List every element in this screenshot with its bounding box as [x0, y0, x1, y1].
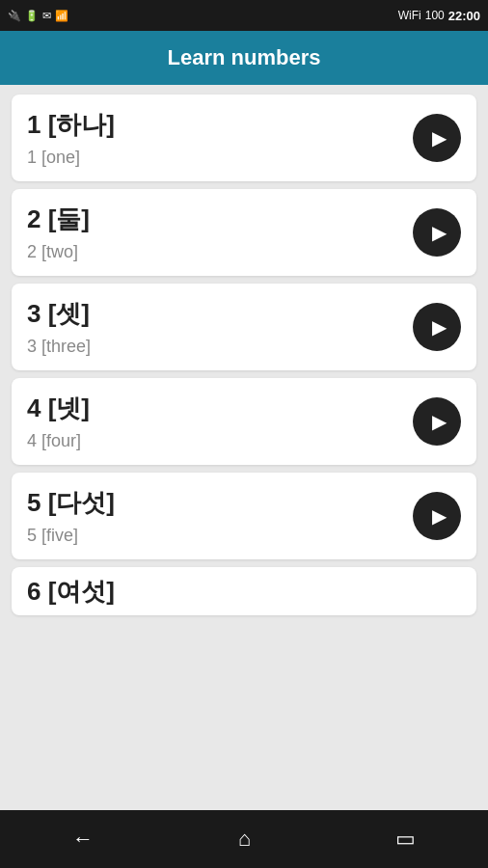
play-button-5[interactable]: ▶ — [413, 492, 461, 540]
back-button[interactable]: ← — [53, 819, 113, 859]
play-icon-3: ▶ — [432, 315, 447, 339]
recent-button[interactable]: ▭ — [376, 819, 435, 859]
number-card-2: 2 [둘] 2 [two] ▶ — [12, 189, 476, 276]
battery-level: 100 — [425, 9, 445, 22]
play-button-4[interactable]: ▶ — [413, 397, 461, 446]
korean-text-1: 1 [하나] — [27, 108, 115, 142]
play-button-3[interactable]: ▶ — [413, 303, 461, 351]
signal-icon: 📶 — [55, 10, 68, 22]
status-icons-left: 🔌 🔋 ✉ 📶 — [8, 10, 68, 22]
english-text-1: 1 [one] — [27, 148, 115, 168]
content-area: 1 [하나] 1 [one] ▶ 2 [둘] 2 [two] ▶ 3 [셋] 3… — [0, 85, 488, 810]
card-text-4: 4 [넷] 4 [four] — [27, 392, 90, 451]
card-text-2: 2 [둘] 2 [two] — [27, 203, 90, 262]
play-icon-1: ▶ — [432, 126, 447, 149]
usb-icon: 🔌 — [8, 10, 21, 22]
english-text-2: 2 [two] — [27, 242, 90, 262]
english-text-3: 3 [three] — [27, 337, 91, 357]
play-button-1[interactable]: ▶ — [413, 114, 461, 162]
back-icon: ← — [72, 827, 94, 852]
email-icon: ✉ — [42, 10, 51, 22]
english-text-4: 4 [four] — [27, 431, 90, 451]
number-card-1: 1 [하나] 1 [one] ▶ — [12, 95, 476, 181]
korean-text-4: 4 [넷] — [27, 392, 90, 425]
number-card-4: 4 [넷] 4 [four] ▶ — [12, 378, 476, 465]
play-icon-4: ▶ — [432, 410, 447, 433]
card-text-5: 5 [다섯] 5 [five] — [27, 486, 115, 546]
number-card-3: 3 [셋] 3 [three] ▶ — [12, 284, 476, 370]
status-right: WiFi 100 22:00 — [398, 9, 480, 23]
play-button-2[interactable]: ▶ — [413, 208, 461, 257]
home-button[interactable]: ⌂ — [219, 819, 270, 859]
wifi-icon: WiFi — [398, 9, 421, 22]
status-bar: 🔌 🔋 ✉ 📶 WiFi 100 22:00 — [0, 0, 488, 31]
card-text-3: 3 [셋] 3 [three] — [27, 297, 91, 357]
time-display: 22:00 — [448, 9, 480, 23]
card-text-1: 1 [하나] 1 [one] — [27, 108, 115, 168]
recent-icon: ▭ — [395, 827, 416, 852]
home-icon: ⌂ — [238, 827, 251, 852]
bottom-nav: ← ⌂ ▭ — [0, 810, 488, 868]
korean-text-5: 5 [다섯] — [27, 486, 115, 520]
battery-icon: 🔋 — [25, 10, 39, 22]
korean-text-2: 2 [둘] — [27, 203, 90, 236]
korean-text-3: 3 [셋] — [27, 297, 91, 331]
english-text-5: 5 [five] — [27, 526, 115, 546]
partial-korean-text: 6 [여섯] — [27, 575, 115, 609]
number-card-5: 5 [다섯] 5 [five] ▶ — [12, 473, 476, 559]
play-icon-2: ▶ — [432, 221, 447, 244]
page-title: Learn numbers — [168, 45, 321, 70]
top-bar: Learn numbers — [0, 31, 488, 85]
play-icon-5: ▶ — [432, 504, 447, 528]
partial-card: 6 [여섯] — [12, 567, 476, 615]
